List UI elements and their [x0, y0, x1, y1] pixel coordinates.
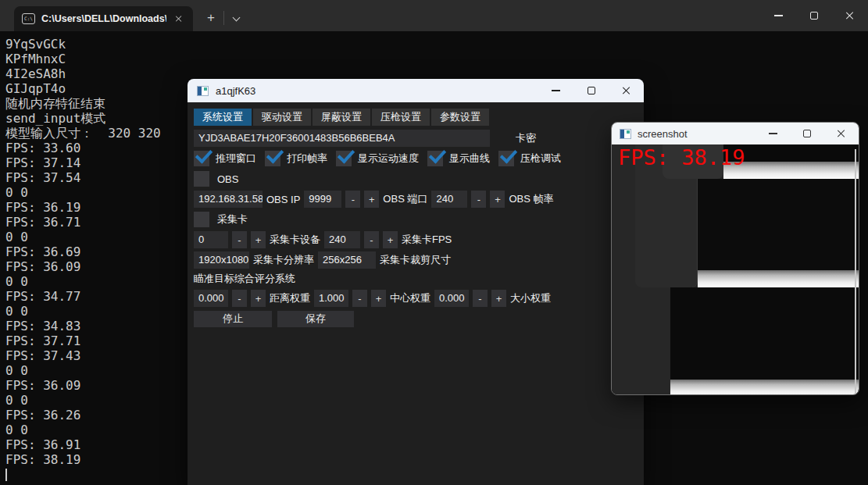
- captured-black-panel: [698, 179, 859, 270]
- close-button[interactable]: [824, 123, 859, 144]
- capture-device-plus-button[interactable]: +: [251, 231, 266, 248]
- obs-fps-input[interactable]: 240: [431, 191, 467, 208]
- center-weight-minus-button[interactable]: -: [352, 290, 367, 307]
- option-checkbox-row: 推理窗口 打印帧率 显示运动速度 显示曲线 压枪调试: [194, 150, 644, 167]
- maximize-button[interactable]: [796, 0, 832, 31]
- checkbox-group: 显示曲线: [427, 151, 490, 166]
- distance-weight-minus-button[interactable]: -: [232, 290, 247, 307]
- tab-driver-settings[interactable]: 驱动设置: [253, 109, 311, 126]
- recoil-debug-checkbox[interactable]: [498, 151, 514, 166]
- card-key-input[interactable]: YJD3ABAE17H20F36001483B56B6BEB4A: [194, 130, 490, 147]
- capture-device-input[interactable]: 0: [194, 231, 228, 248]
- distance-weight-input[interactable]: 0.000: [194, 290, 228, 307]
- infer-window-checkbox[interactable]: [194, 151, 209, 166]
- close-icon: [845, 11, 855, 20]
- minimize-icon: [552, 90, 560, 91]
- screenshot-titlebar[interactable]: screenshot: [612, 123, 859, 144]
- terminal-tab-title: C:\Users\DELL\Downloads\Co: [41, 13, 166, 24]
- capture-card-checkbox-row: 采集卡: [194, 211, 644, 228]
- obs-port-input[interactable]: 9999: [304, 191, 341, 208]
- tab-system-settings[interactable]: 系统设置: [194, 109, 252, 126]
- action-buttons-row: 停止 保存: [194, 310, 644, 327]
- close-icon: [837, 129, 846, 138]
- minimize-icon: [769, 133, 777, 134]
- tab-recoil-settings[interactable]: 压枪设置: [372, 109, 430, 126]
- capture-fps-input[interactable]: 240: [324, 231, 360, 248]
- tab-param-settings[interactable]: 参数设置: [431, 109, 489, 126]
- card-key-label: 卡密: [516, 131, 536, 145]
- obs-checkbox[interactable]: [194, 171, 209, 187]
- new-tab-button[interactable]: +: [202, 9, 220, 28]
- minimize-button[interactable]: [755, 123, 790, 144]
- print-fps-checkbox[interactable]: [265, 151, 280, 166]
- terminal-caption-buttons: [760, 0, 868, 31]
- size-weight-input[interactable]: 0.000: [434, 290, 469, 307]
- maximize-icon: [810, 12, 818, 20]
- maximize-button[interactable]: [790, 123, 824, 144]
- checkbox-group: 显示运动速度: [336, 151, 419, 166]
- size-weight-minus-button[interactable]: -: [473, 290, 488, 307]
- dialog-content: 系统设置 驱动设置 屏蔽设置 压枪设置 参数设置 YJD3ABAE17H20F3…: [188, 102, 644, 327]
- maximize-icon: [803, 130, 811, 137]
- close-button[interactable]: [832, 0, 868, 31]
- capture-device-label: 采集卡设备: [270, 233, 320, 247]
- tab-dropdown-button[interactable]: [228, 12, 244, 25]
- capture-fps-plus-button[interactable]: +: [383, 231, 398, 248]
- checkbox-group: 压枪调试: [498, 151, 561, 166]
- fps-overlay-text: FPS: 38.19: [618, 145, 745, 169]
- distance-weight-plus-button[interactable]: +: [251, 290, 266, 307]
- scoring-section-title: 瞄准目标综合评分系统: [194, 272, 644, 284]
- stop-button[interactable]: 停止: [194, 311, 272, 327]
- card-key-row: YJD3ABAE17H20F36001483B56B6BEB4A 卡密: [194, 130, 644, 147]
- obs-config-row: 192.168.31.58 OBS IP 9999 - + OBS 端口 240…: [194, 191, 644, 208]
- checkbox-label: 显示运动速度: [358, 152, 419, 166]
- minimize-button[interactable]: [538, 79, 573, 102]
- terminal-titlebar: C:\ C:\Users\DELL\Downloads\Co +: [0, 0, 868, 31]
- close-button[interactable]: [609, 79, 644, 102]
- obs-fps-label: OBS 帧率: [509, 192, 553, 206]
- obs-fps-minus-button[interactable]: -: [471, 191, 486, 208]
- capture-resolution-row: 1920x1080 采集卡分辨率 256x256 采集卡裁剪尺寸: [194, 251, 644, 269]
- show-motion-speed-checkbox[interactable]: [336, 151, 352, 166]
- size-weight-label: 大小权重: [510, 291, 551, 305]
- capture-device-minus-button[interactable]: -: [232, 231, 247, 248]
- obs-port-minus-button[interactable]: -: [345, 191, 360, 208]
- center-weight-input[interactable]: 1.000: [314, 290, 348, 307]
- capture-crop-input[interactable]: 256x256: [318, 251, 376, 269]
- center-weight-plus-button[interactable]: +: [371, 290, 386, 307]
- dialog-caption-buttons: [538, 79, 644, 102]
- tab-close-button[interactable]: [173, 12, 185, 25]
- obs-checkbox-row: OBS: [194, 170, 644, 187]
- maximize-button[interactable]: [573, 79, 609, 102]
- size-weight-plus-button[interactable]: +: [491, 290, 506, 307]
- save-button[interactable]: 保存: [277, 311, 354, 327]
- capture-resolution-input[interactable]: 1920x1080: [194, 251, 249, 269]
- obs-label: OBS: [217, 173, 238, 185]
- captured-titlebar-strip: [698, 270, 859, 287]
- dialog-title: a1qjfK63: [216, 85, 538, 97]
- close-icon: [175, 15, 183, 23]
- checkbox-label: 压枪调试: [520, 152, 561, 166]
- center-weight-label: 中心权重: [390, 291, 430, 305]
- terminal-cursor: [5, 469, 7, 481]
- show-curve-checkbox[interactable]: [427, 151, 443, 166]
- checkbox-label: 推理窗口: [216, 152, 256, 166]
- obs-port-plus-button[interactable]: +: [364, 191, 379, 208]
- checkbox-group: 推理窗口: [194, 151, 256, 166]
- captured-black-panel: [670, 287, 859, 380]
- capture-crop-label: 采集卡裁剪尺寸: [380, 253, 451, 267]
- obs-fps-plus-button[interactable]: +: [490, 191, 505, 208]
- capture-fps-label: 采集卡FPS: [402, 233, 452, 247]
- minimize-button[interactable]: [760, 0, 796, 31]
- capture-resolution-label: 采集卡分辨率: [253, 253, 314, 267]
- tab-mask-settings[interactable]: 屏蔽设置: [313, 109, 370, 126]
- obs-ip-input[interactable]: 192.168.31.58: [194, 191, 263, 208]
- capture-fps-minus-button[interactable]: -: [364, 231, 379, 248]
- capture-card-checkbox[interactable]: [194, 212, 209, 227]
- maximize-icon: [588, 87, 595, 95]
- dialog-titlebar[interactable]: a1qjfK63: [188, 79, 644, 102]
- terminal-line: KPfMhnxC: [5, 52, 868, 66]
- close-icon: [622, 86, 631, 95]
- tabbar-divider: [223, 11, 224, 25]
- terminal-tab[interactable]: C:\ C:\Users\DELL\Downloads\Co: [14, 6, 193, 31]
